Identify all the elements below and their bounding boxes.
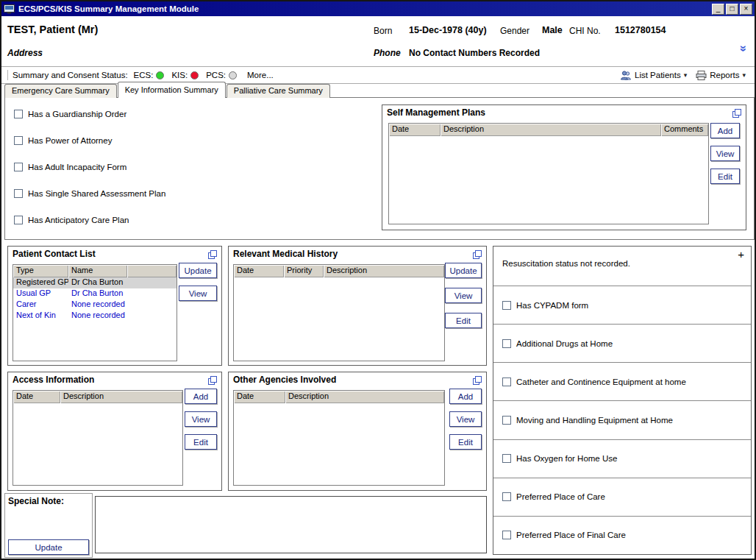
checkbox-label: Preferred Place of Care [516,492,605,501]
list-patients-caret-icon[interactable]: ▾ [684,71,688,79]
update-button[interactable]: Update [8,539,89,555]
checkbox[interactable] [14,136,23,145]
view-button[interactable]: View [449,411,482,427]
flag-cypadm-form[interactable]: Has CYPADM form [493,286,751,325]
flag-guardianship-order[interactable]: Has a Guardianship Order [14,101,165,127]
flag-anticipatory-care-plan[interactable]: Has Anticipatory Care Plan [14,207,165,233]
edit-button[interactable]: Edit [449,434,482,450]
checkbox[interactable] [502,339,511,348]
phone-value: No Contact Numbers Recorded [409,48,540,58]
kis-status: KIS: [171,71,199,79]
special-note-textarea[interactable] [95,496,487,553]
checkbox[interactable] [502,531,511,539]
edit-button[interactable]: Edit [710,169,740,184]
expand-plus-icon[interactable]: + [738,248,744,260]
edit-button[interactable]: Edit [185,434,217,450]
add-button[interactable]: Add [710,123,740,138]
update-button[interactable]: Update [179,263,217,278]
checkbox[interactable] [502,492,511,501]
checkbox[interactable] [502,378,511,386]
table-row[interactable]: Carer None recorded [13,300,176,311]
maximize-button[interactable]: □ [726,4,738,15]
flag-moving-handling[interactable]: Moving and Handling Equipment at Home [493,401,751,439]
add-button[interactable]: Add [449,389,482,404]
column-date[interactable]: Date [389,124,441,136]
edit-button[interactable]: Edit [445,313,482,328]
group-title: Self Management Plans [387,107,485,118]
view-button[interactable]: View [185,411,217,427]
group-title: Other Agencies Involved [233,375,336,385]
column-date[interactable]: Date [234,391,285,403]
self-management-plans-table[interactable]: Date Description Comments [388,123,709,224]
update-button[interactable]: Update [445,263,482,278]
table-row[interactable]: Next of Kin None recorded [13,311,176,322]
column-name[interactable]: Name [68,265,127,277]
view-button[interactable]: View [179,286,217,301]
flag-power-of-attorney[interactable]: Has Power of Attorney [14,127,165,154]
flag-catheter-continence[interactable]: Catheter and Continence Equipment at hom… [493,363,751,401]
expand-icon[interactable] [473,250,482,259]
column-description[interactable]: Description [60,391,182,403]
column-type[interactable]: Type [13,265,68,277]
flag-single-shared-assessment[interactable]: Has Single Shared Assessment Plan [14,180,165,207]
checkbox-label: Has Single Shared Assessment Plan [28,189,165,198]
checkbox[interactable] [502,416,511,425]
chevron-double-down-icon[interactable]: » [739,46,749,52]
expand-icon[interactable] [208,376,217,385]
expand-icon[interactable] [208,250,217,259]
checkbox[interactable] [14,110,23,118]
tab-emergency-care-summary[interactable]: Emergency Care Summary [4,84,117,98]
reports-caret-icon[interactable]: ▾ [742,71,746,79]
medical-history-table[interactable]: Date Priority Description [233,264,445,361]
checkbox[interactable] [14,189,23,198]
view-button[interactable]: View [710,146,740,161]
reports-button[interactable]: Reports ▾ [693,70,749,81]
flag-oxygen-home-use[interactable]: Has Oxygen for Home Use [493,440,751,478]
column-description[interactable]: Description [441,124,661,136]
expand-icon[interactable] [473,376,482,385]
close-button[interactable]: × [740,4,752,15]
view-button[interactable]: View [445,288,482,303]
minimize-button[interactable]: _ [712,4,724,15]
column-description[interactable]: Description [285,391,444,403]
app-window: ECS/PCS/KIS Summary Management Module _ … [0,0,756,560]
checkbox[interactable] [502,301,511,310]
tab-palliative-care-summary[interactable]: Palliative Care Summary [227,84,330,98]
column-date[interactable]: Date [13,391,60,403]
checkbox-label: Has a Guardianship Order [28,110,126,118]
checkbox[interactable] [14,163,23,171]
flag-preferred-place-of-care[interactable]: Preferred Place of Care [493,478,751,517]
checkbox-label: Has Anticipatory Care Plan [28,216,129,224]
table-row[interactable]: Usual GP Dr Cha Burton [13,288,176,300]
window-title: ECS/PCS/KIS Summary Management Module [18,4,710,13]
table-header: Type Name [13,265,176,277]
group-title: Access Information [13,375,94,385]
checkbox-label: Preferred Place of Final Care [516,531,626,539]
resuscitation-status-text: Resuscitation status not recorded. [502,259,630,268]
checkbox-label: Has Oxygen for Home Use [516,454,617,463]
title-bar[interactable]: ECS/PCS/KIS Summary Management Module _ … [1,1,755,16]
access-information-table[interactable]: Date Description [13,390,183,486]
add-button[interactable]: Add [185,389,217,404]
more-link[interactable]: More... [247,71,274,79]
patient-contact-table[interactable]: Type Name Registered GP Dr Cha Burton Us… [13,264,177,361]
pcs-status-dot [229,71,237,79]
checkbox[interactable] [14,216,23,224]
table-row[interactable]: Registered GP Dr Cha Burton [13,277,176,288]
column-description[interactable]: Description [324,265,444,277]
flag-additional-drugs[interactable]: Additional Drugs at Home [493,325,751,363]
flag-adult-incapacity-form[interactable]: Has Adult Incapacity Form [14,154,165,180]
expand-icon[interactable] [732,109,741,118]
pcs-label: PCS: [206,71,226,79]
flag-preferred-place-final-care[interactable]: Preferred Place of Final Care [493,517,751,554]
column-comments[interactable]: Comments [661,124,708,136]
list-patients-button[interactable]: List Patients ▾ [618,70,690,81]
column-priority[interactable]: Priority [284,265,324,277]
column-blank[interactable] [127,265,176,277]
checkbox[interactable] [502,454,511,463]
other-agencies-box: Other Agencies Involved Date Description… [228,372,487,491]
column-date[interactable]: Date [234,265,284,277]
tab-key-information-summary[interactable]: Key Information Summary [118,82,226,98]
other-agencies-table[interactable]: Date Description [233,390,445,486]
ecs-status: ECS: [134,71,165,79]
